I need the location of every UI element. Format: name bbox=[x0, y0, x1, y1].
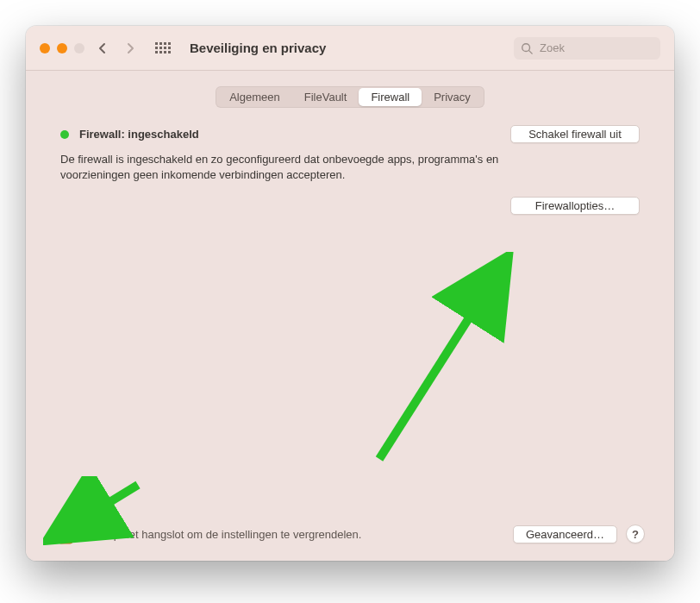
show-all-button[interactable] bbox=[152, 37, 174, 60]
status-indicator-icon bbox=[60, 130, 69, 139]
disable-firewall-button[interactable]: Schakel firewall uit bbox=[510, 125, 640, 143]
back-button[interactable] bbox=[93, 36, 112, 60]
advanced-button[interactable]: Geavanceerd… bbox=[513, 525, 617, 543]
svg-line-1 bbox=[529, 50, 533, 53]
chevron-left-icon bbox=[98, 42, 107, 54]
window-title: Beveiliging en privacy bbox=[190, 41, 326, 55]
tab-filevault[interactable]: FileVault bbox=[292, 88, 359, 106]
svg-rect-3 bbox=[65, 536, 66, 540]
footer: Klik op het hangslot om de instellingen … bbox=[52, 514, 648, 550]
pane-body: Algemeen FileVault Firewall Privacy Fire… bbox=[26, 71, 674, 561]
tab-bar: Algemeen FileVault Firewall Privacy bbox=[216, 86, 484, 108]
minimize-window-button[interactable] bbox=[57, 43, 67, 53]
unlocked-padlock-icon bbox=[55, 521, 78, 547]
forward-button[interactable] bbox=[121, 36, 140, 60]
preferences-window: Beveiliging en privacy Algemeen FileVaul… bbox=[26, 26, 674, 561]
search-icon bbox=[521, 42, 533, 54]
tab-firewall[interactable]: Firewall bbox=[359, 88, 422, 106]
search-field[interactable] bbox=[514, 37, 660, 60]
search-input[interactable] bbox=[538, 41, 653, 55]
firewall-status-label: Firewall: ingeschakeld bbox=[79, 128, 199, 141]
titlebar: Beveiliging en privacy bbox=[26, 26, 674, 71]
lock-button[interactable] bbox=[55, 521, 78, 547]
zoom-window-button[interactable] bbox=[74, 43, 84, 53]
tab-privacy[interactable]: Privacy bbox=[422, 88, 483, 106]
lock-hint-text: Klik op het hangslot om de instellingen … bbox=[86, 528, 361, 541]
firewall-description: De firewall is ingeschakeld en zo geconf… bbox=[52, 143, 534, 183]
firewall-status-row: Firewall: ingeschakeld Schakel firewall … bbox=[52, 125, 648, 143]
firewall-options-button[interactable]: Firewallopties… bbox=[510, 197, 640, 215]
help-button[interactable]: ? bbox=[626, 524, 645, 543]
tab-general[interactable]: Algemeen bbox=[217, 88, 292, 106]
chevron-right-icon bbox=[126, 42, 134, 54]
traffic-lights bbox=[40, 43, 84, 53]
close-window-button[interactable] bbox=[40, 43, 50, 53]
